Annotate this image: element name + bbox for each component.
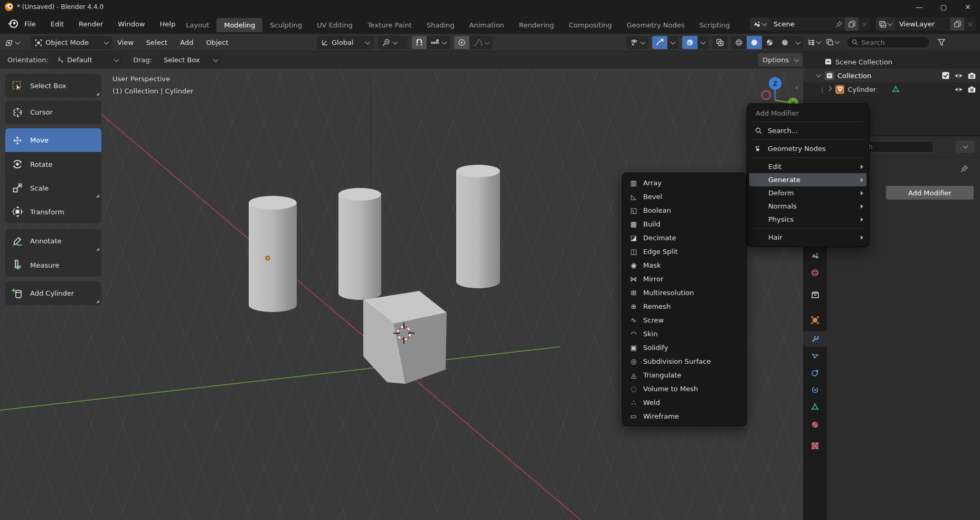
geometry-nodes-item[interactable]: Geometry Nodes [747, 142, 869, 155]
modifier-item-wireframe[interactable]: ▭Wireframe [623, 409, 746, 423]
orientation-setting-dropdown[interactable]: Default [53, 53, 123, 67]
new-scene-button[interactable] [845, 17, 859, 31]
remove-viewlayer-icon[interactable]: × [964, 20, 976, 29]
category-physics[interactable]: Physics [747, 213, 869, 226]
modifier-item-edge-split[interactable]: ◫Edge Split [623, 244, 746, 258]
properties-options-button[interactable] [956, 140, 975, 153]
tool-scale[interactable]: Scale [5, 176, 101, 200]
tool-select-box[interactable]: Select Box [5, 74, 101, 98]
menu-view[interactable]: View [117, 39, 134, 46]
modifier-item-array[interactable]: ▥Array [623, 176, 746, 190]
show-overlays-button[interactable] [682, 36, 698, 49]
tab-physics-properties[interactable] [803, 365, 827, 381]
tab-rendering[interactable]: Rendering [512, 18, 561, 32]
menu-help[interactable]: Help [160, 20, 176, 28]
menu-window[interactable]: Window [118, 20, 145, 28]
tool-annotate[interactable]: Annotate [5, 229, 101, 253]
tab-texture-paint[interactable]: Texture Paint [360, 18, 419, 32]
shading-solid-button[interactable] [747, 36, 762, 49]
tab-object-properties[interactable] [803, 312, 827, 328]
cylinder-object-3[interactable] [456, 165, 500, 288]
proportional-edit-button[interactable] [454, 36, 469, 49]
modifier-item-boolean[interactable]: ◱Boolean [623, 203, 746, 217]
menu-add[interactable]: Add [180, 39, 193, 46]
modifier-item-mask[interactable]: ◉Mask [623, 258, 746, 272]
modifier-item-subdivision-surface[interactable]: ◎Subdivision Surface [623, 354, 746, 368]
tab-scripting[interactable]: Scripting [692, 18, 737, 32]
category-deform[interactable]: Deform [747, 186, 869, 200]
tool-transform[interactable]: Transform [5, 200, 101, 223]
modifier-item-solidify[interactable]: ▣Solidify [623, 341, 746, 354]
tab-scene-properties[interactable] [803, 248, 827, 263]
close-button[interactable]: ✕ [956, 0, 980, 14]
outliner-row-collection[interactable]: Collection [803, 69, 980, 82]
modifier-item-screw[interactable]: ∿Screw [623, 313, 746, 327]
menu-select[interactable]: Select [146, 39, 167, 46]
modifier-item-triangulate[interactable]: ◬Triangulate [623, 368, 746, 382]
scene-type-button[interactable] [750, 17, 769, 31]
tab-sculpting[interactable]: Sculpting [262, 18, 309, 32]
editor-type-button[interactable] [4, 36, 20, 49]
collection-hide-eye-icon[interactable] [954, 72, 963, 79]
cylinder-object-2[interactable] [338, 188, 381, 300]
beveled-cube-object[interactable] [363, 291, 447, 384]
collection-camera-icon[interactable] [968, 72, 976, 79]
unlink-scene-icon[interactable]: × [859, 20, 870, 29]
tab-constraint-properties[interactable] [803, 382, 827, 398]
new-viewlayer-button[interactable] [950, 17, 964, 31]
modifier-item-volume-to-mesh[interactable]: ◌Volume to Mesh [623, 382, 746, 395]
collection-expand-icon[interactable] [816, 72, 822, 78]
tab-geometry-nodes[interactable]: Geometry Nodes [619, 18, 692, 32]
tab-modeling[interactable]: Modeling [216, 18, 262, 32]
shading-dropdown[interactable] [793, 36, 804, 49]
cylinder-camera-icon[interactable] [968, 86, 976, 93]
sidebar-collapse-arrow[interactable]: ‹ [795, 83, 798, 91]
gizmo-x-axis[interactable] [762, 91, 770, 99]
outliner-display-mode-button[interactable] [807, 39, 821, 46]
scene-name[interactable]: Scene [769, 20, 835, 28]
cylinder-object-1[interactable] [249, 196, 297, 312]
category-generate[interactable]: Generate [749, 173, 866, 186]
outliner-search-input[interactable]: Search [846, 36, 930, 48]
shading-material-button[interactable] [762, 36, 777, 49]
modifier-item-multiresolution[interactable]: ⊞Multiresolution [623, 286, 746, 299]
add-modifier-button[interactable]: Add Modifier [886, 186, 974, 200]
modifier-item-build[interactable]: ▦Build [623, 217, 746, 231]
visibility-dropdown[interactable] [626, 36, 648, 49]
menu-edit[interactable]: Edit [51, 20, 64, 28]
show-gizmo-button[interactable] [652, 36, 667, 49]
filter-funnel-icon[interactable] [937, 39, 946, 46]
snap-with-dropdown[interactable] [427, 36, 450, 49]
tool-measure[interactable]: Measure [5, 253, 101, 277]
overlays-dropdown[interactable] [698, 36, 709, 49]
cylinder-expand-icon[interactable] [827, 86, 832, 91]
viewlayer-type-button[interactable] [875, 17, 895, 31]
menu-render[interactable]: Render [79, 20, 103, 28]
orientation-dropdown[interactable]: Global [317, 36, 374, 49]
tab-modifier-properties[interactable] [803, 331, 827, 347]
tab-collection-properties[interactable] [803, 287, 827, 302]
viewlayer-name[interactable]: ViewLayer [895, 20, 950, 28]
tab-object-data-properties[interactable] [803, 399, 827, 414]
xray-toggle[interactable] [712, 36, 728, 49]
pivot-point-dropdown[interactable] [378, 36, 408, 49]
modifier-item-bevel[interactable]: ◺Bevel [623, 190, 746, 203]
tool-rotate[interactable]: Rotate [5, 152, 101, 176]
shading-rendered-button[interactable] [777, 36, 793, 49]
collection-checkbox[interactable] [942, 72, 949, 79]
gizmo-dropdown[interactable] [667, 36, 679, 49]
tab-material-properties[interactable] [803, 417, 827, 432]
minimize-button[interactable]: — [907, 0, 931, 14]
modifier-item-mirror[interactable]: ⋈Mirror [623, 272, 746, 286]
tab-world-properties[interactable] [803, 264, 827, 280]
maximize-button[interactable]: ▢ [931, 0, 956, 14]
menu-file[interactable]: File [24, 20, 36, 28]
drag-setting-dropdown[interactable]: Select Box [159, 53, 222, 67]
tool-cursor[interactable]: Cursor [5, 100, 101, 124]
tab-layout[interactable]: Layout [178, 18, 216, 32]
tab-particle-properties[interactable] [803, 348, 827, 364]
modifier-item-skin[interactable]: ◠Skin [623, 327, 746, 341]
mode-dropdown[interactable]: Object Mode [31, 36, 112, 49]
falloff-dropdown[interactable] [469, 36, 493, 49]
pin-icon[interactable] [835, 21, 843, 28]
